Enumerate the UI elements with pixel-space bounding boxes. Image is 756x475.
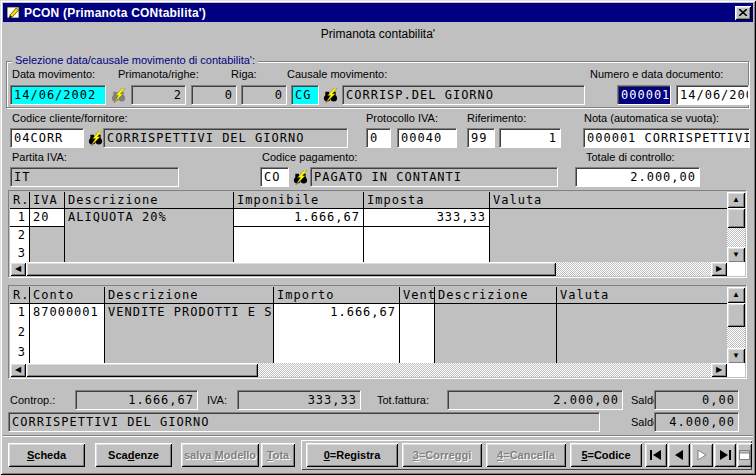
controparte-label: Controp.:	[10, 394, 55, 406]
causale-movimento-label: Causale movimento:	[287, 68, 387, 80]
table-cell	[65, 227, 234, 245]
column-header: Descrizione	[65, 192, 234, 209]
scrollbar-corner	[727, 262, 745, 276]
scroll-left-arrow[interactable]: ◀	[10, 262, 26, 276]
riga-field: 0	[241, 85, 287, 105]
riferimento-anno-field[interactable]: 99	[467, 128, 495, 148]
table-cell[interactable]	[400, 344, 435, 364]
table-cell[interactable]	[234, 245, 364, 263]
data-documento-field[interactable]: 14/06/2002	[676, 85, 749, 105]
column-header: R.	[10, 192, 30, 209]
horizontal-scrollbar[interactable]: ◀ ▶	[10, 262, 727, 276]
iva-grid: R. IVA Descrizione Imponibile Imposta Va…	[10, 192, 729, 263]
table-cell[interactable]: 20	[30, 209, 65, 227]
codice-cliente-label: Codice cliente/fornitore:	[12, 112, 128, 124]
scrollbar-thumb[interactable]	[727, 303, 745, 327]
table-cell	[490, 209, 729, 227]
scroll-up-arrow[interactable]: ▲	[727, 287, 745, 303]
table-cell[interactable]	[30, 324, 105, 344]
scroll-left-arrow[interactable]: ◀	[10, 363, 26, 377]
table-cell[interactable]	[30, 245, 65, 263]
table-cell	[105, 344, 274, 364]
scroll-right-arrow[interactable]: ▶	[711, 262, 727, 276]
window-title: PCON (Primanota CONtabilita')	[24, 6, 735, 20]
binoculars-lightning-icon[interactable]	[109, 87, 127, 103]
scroll-up-arrow[interactable]: ▲	[727, 192, 745, 208]
table-cell: 2	[10, 324, 30, 344]
table-cell[interactable]: 333,33	[364, 209, 490, 227]
previous-record-icon	[674, 450, 684, 460]
causale-code-field[interactable]: CG	[291, 85, 319, 105]
table-cell[interactable]	[234, 227, 364, 245]
riferimento-numero-field[interactable]: 1	[499, 128, 561, 148]
table-cell	[557, 324, 729, 344]
column-header: Imponibile	[234, 192, 364, 209]
table-cell[interactable]	[274, 344, 400, 364]
first-record-button[interactable]	[645, 443, 667, 467]
scroll-down-arrow[interactable]: ▼	[727, 247, 745, 263]
iva-table: R. IVA Descrizione Imponibile Imposta Va…	[8, 190, 747, 278]
codice-pagamento-field[interactable]: CO	[260, 167, 289, 187]
scrollbar-thumb[interactable]	[26, 262, 556, 276]
totale-controllo-field[interactable]: 2.000,00	[575, 167, 700, 187]
codice-button[interactable]: 5=Codice	[570, 443, 642, 467]
protocollo-numero-field[interactable]: 00040	[397, 128, 457, 148]
table-cell[interactable]	[400, 324, 435, 344]
close-icon	[739, 9, 747, 16]
correggi-button: 3=Correggi	[402, 443, 482, 467]
table-cell[interactable]	[274, 324, 400, 344]
last-record-button[interactable]	[714, 443, 736, 467]
table-cell[interactable]	[30, 227, 65, 245]
table-cell[interactable]: 1.666,67	[274, 304, 400, 324]
binoculars-lightning-icon[interactable]	[291, 169, 309, 185]
tot-fattura-field: 2.000,00	[447, 390, 623, 410]
scadenze-button[interactable]: Scadenze	[95, 443, 172, 467]
numero-documento-field[interactable]: 000001	[617, 85, 671, 105]
registra-button[interactable]: 0=Registra	[306, 443, 398, 467]
table-cell[interactable]: 1.666,67	[234, 209, 364, 227]
data-movimento-field[interactable]: 14/06/2002	[10, 85, 106, 105]
protocollo-serie-field[interactable]: 0	[366, 128, 391, 148]
column-header: Descrizione	[435, 287, 557, 304]
table-cell[interactable]	[364, 245, 490, 263]
controparte-field: 1.666,67	[75, 390, 198, 410]
primanota-field: 2	[131, 85, 186, 105]
horizontal-scrollbar[interactable]: ◀ ▶	[10, 363, 727, 377]
scheda-button[interactable]: Scheda	[8, 443, 85, 467]
table-cell[interactable]	[364, 227, 490, 245]
scroll-right-arrow[interactable]: ▶	[711, 363, 727, 377]
riga-label: Riga:	[231, 68, 257, 80]
next-record-button[interactable]	[691, 443, 713, 467]
scroll-down-arrow[interactable]: ▼	[727, 348, 745, 364]
binoculars-lightning-icon[interactable]	[86, 130, 104, 146]
table-cell: 1	[10, 209, 30, 227]
table-cell	[435, 304, 557, 324]
table-cell: 2	[10, 227, 30, 245]
pagamento-descrizione-field: PAGATO IN CONTANTI	[310, 167, 558, 187]
nota-field[interactable]: 000001 CORRISPETTIVI	[583, 128, 750, 148]
primanota-righe-label: Primanota/righe:	[118, 68, 199, 80]
close-button[interactable]	[735, 6, 751, 20]
table-cell[interactable]: 87000001	[30, 304, 105, 324]
column-header: Valuta	[490, 192, 729, 209]
previous-record-button[interactable]	[668, 443, 690, 467]
scrollbar-thumb[interactable]	[727, 208, 745, 228]
nota-label: Nota (automatica se vuota):	[584, 112, 719, 124]
binoculars-lightning-icon[interactable]	[321, 87, 339, 103]
partita-iva-field: IT	[10, 167, 179, 187]
table-cell: ALIQUOTA 20%	[65, 209, 234, 227]
scrollbar-thumb[interactable]	[26, 363, 258, 377]
table-cell[interactable]	[30, 344, 105, 364]
saldo-conto-field: 4.000,00	[654, 412, 739, 432]
codice-cliente-field[interactable]: 04CORR	[10, 128, 84, 148]
vertical-scrollbar[interactable]: ▲ ▼	[727, 192, 745, 263]
table-cell[interactable]	[400, 304, 435, 324]
first-record-icon	[650, 450, 662, 460]
pencil-icon	[5, 5, 21, 21]
column-header: Valuta	[557, 287, 729, 304]
title-bar[interactable]: PCON (Primanota CONtabilita')	[3, 3, 753, 22]
table-cell: 3	[10, 245, 30, 263]
table-cell: 1	[10, 304, 30, 324]
column-header: Imposta	[364, 192, 490, 209]
vertical-scrollbar[interactable]: ▲ ▼	[727, 287, 745, 364]
